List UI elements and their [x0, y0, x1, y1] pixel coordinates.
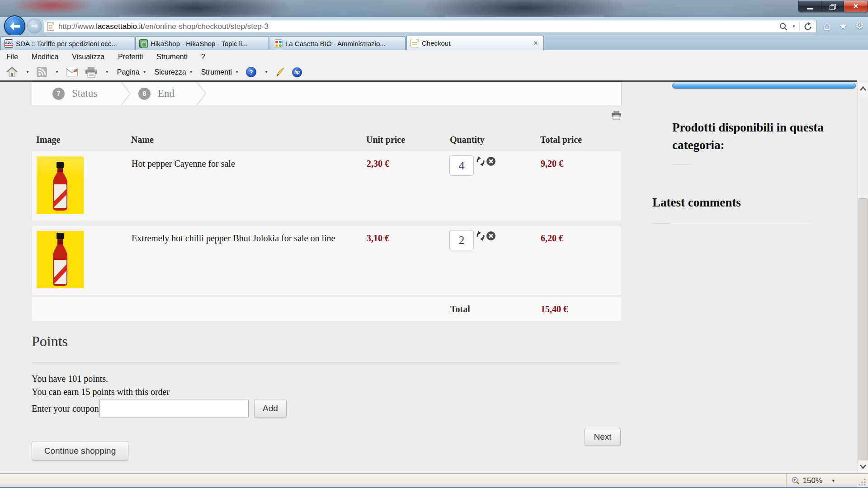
remove-item-button[interactable] [486, 231, 496, 241]
caret-down-icon: ▼ [235, 70, 239, 74]
page-icon [47, 22, 54, 31]
print-cart-button[interactable] [611, 111, 622, 122]
menu-file[interactable]: File [2, 52, 23, 62]
pagina-label: Pagina [117, 68, 140, 76]
scroll-down-button[interactable] [858, 460, 868, 472]
close-icon: ✕ [853, 2, 859, 10]
tab-hikashop[interactable]: HikaShop - HikaShop - Topic li... [135, 36, 269, 50]
menu-help[interactable]: ? [197, 52, 210, 62]
next-button[interactable]: Next [585, 428, 621, 446]
caret-down-icon: ▼ [792, 24, 796, 28]
url-text: http://www.lacasettabio.it/en/online-sho… [58, 22, 777, 31]
step-status[interactable]: 7 Status [52, 82, 97, 105]
tab-bar: SDA SDA :: Tariffe per spedizioni occ...… [0, 35, 868, 50]
print-icon [611, 111, 622, 120]
caret-down-icon: ▼ [189, 70, 193, 74]
coupon-input[interactable] [99, 399, 249, 418]
caret-down-icon: ▼ [264, 70, 268, 74]
print-command-button[interactable] [83, 66, 99, 79]
checkout-steps-bar: 7 Status 8 End [32, 82, 622, 105]
pen-icon [275, 67, 285, 77]
settings-button[interactable]: ⚙ [853, 19, 866, 33]
status-bar: 150% ▼ [0, 473, 868, 488]
hp-button[interactable]: hp [290, 66, 304, 79]
window-minimize-button[interactable] [799, 1, 821, 12]
resize-grip[interactable] [858, 478, 866, 486]
strumenti-menu-button[interactable]: Strumenti ▼ [198, 66, 241, 79]
read-mail-button[interactable] [64, 66, 80, 79]
browser-window: { "window": { "nav": { "url_prefix": "ht… [0, 0, 868, 488]
title-bar: ✕ [0, 0, 868, 17]
checkout-page: 7 Status 8 End Image Name Unit price Qua… [0, 82, 857, 473]
feeds-button[interactable] [35, 66, 49, 79]
window-restore-button[interactable] [821, 1, 844, 12]
product-image-cell[interactable] [32, 151, 127, 221]
caret-down-icon: ▼ [105, 70, 109, 74]
menu-modifica[interactable]: Modifica [27, 52, 63, 62]
star-icon: ★ [839, 21, 848, 31]
back-button[interactable] [4, 15, 25, 37]
refresh-icon [803, 22, 812, 31]
home-button[interactable]: ⌂ [820, 19, 834, 33]
help-icon: ? [246, 67, 256, 77]
print-dropdown[interactable]: ▼ [103, 66, 111, 79]
quantity-input[interactable] [449, 230, 474, 250]
product-image-cell[interactable] [32, 226, 127, 295]
quantity-actions [476, 156, 496, 166]
tab-label: HikaShop - HikaShop - Topic li... [151, 40, 265, 47]
pagina-menu-button[interactable]: Pagina ▼ [114, 66, 148, 79]
search-icon [779, 23, 788, 31]
delete-icon [486, 156, 496, 166]
feeds-dropdown[interactable]: ▼ [52, 66, 61, 79]
hikashop-tab-icon [139, 39, 148, 48]
column-header-unit-price: Unit price [362, 130, 445, 151]
tab-label: La Casetta BIO - Amministrazio... [285, 40, 401, 47]
address-bar[interactable]: http://www.lacasettabio.it/en/online-sho… [44, 20, 817, 33]
product-image-bhut-jolokia [37, 231, 84, 288]
help-dropdown[interactable]: ▼ [262, 66, 270, 79]
home-dropdown[interactable]: ▼ [23, 66, 31, 79]
add-coupon-button[interactable]: Add [254, 399, 287, 418]
step-number-badge: 7 [52, 88, 65, 100]
scroll-up-button[interactable] [858, 83, 868, 94]
tab-close-icon: ✕ [533, 40, 538, 47]
update-quantity-button[interactable] [476, 231, 486, 241]
snagit-button[interactable] [274, 66, 287, 79]
address-bar-controls: ▼ [777, 21, 815, 32]
sicurezza-menu-button[interactable]: Sicurezza ▼ [152, 66, 195, 79]
vertical-scrollbar[interactable] [857, 82, 868, 473]
minimize-icon [807, 8, 813, 9]
continue-shopping-button[interactable]: Continue shopping [32, 441, 128, 460]
points-heading: Points [32, 333, 68, 350]
remove-item-button[interactable] [486, 156, 496, 166]
favorites-button[interactable]: ★ [836, 19, 850, 33]
zoom-level-control[interactable]: 150% ▼ [786, 474, 840, 488]
scrollbar-thumb[interactable] [859, 198, 868, 463]
tab-lacasetta-admin[interactable]: La Casetta BIO - Amministrazio... [270, 36, 406, 50]
quantity-input[interactable] [449, 155, 474, 176]
window-close-button[interactable]: ✕ [844, 1, 868, 12]
delete-icon [486, 231, 496, 241]
home-command-button[interactable] [5, 66, 19, 79]
quantity-cell [446, 151, 536, 221]
forward-arrow-icon [31, 23, 39, 29]
house-icon [6, 67, 18, 77]
strumenti-label: Strumenti [201, 68, 232, 76]
menu-strumenti[interactable]: Strumenti [152, 52, 192, 62]
cart-row-cayenne: Hot pepper Cayenne for sale 2,30 € 9,20 … [32, 151, 622, 221]
tab-sda[interactable]: SDA SDA :: Tariffe per spedizioni occ... [0, 36, 134, 50]
tab-checkout[interactable]: Checkout ✕ [406, 36, 544, 50]
step-end[interactable]: 8 End [138, 82, 175, 105]
tab-close-button[interactable]: ✕ [532, 39, 540, 47]
menu-preferiti[interactable]: Preferiti [113, 52, 147, 62]
refresh-button[interactable] [801, 21, 815, 32]
step-label: Status [72, 88, 97, 99]
help-button[interactable]: ? [244, 66, 258, 79]
search-button[interactable] [777, 21, 790, 32]
search-options-dropdown[interactable]: ▼ [790, 21, 798, 32]
zoom-magnifier-icon [791, 476, 800, 485]
horizontal-slider-bar[interactable] [672, 83, 856, 89]
update-quantity-button[interactable] [476, 156, 486, 166]
forward-button[interactable] [27, 19, 42, 33]
menu-visualizza[interactable]: Visualizza [67, 52, 109, 62]
